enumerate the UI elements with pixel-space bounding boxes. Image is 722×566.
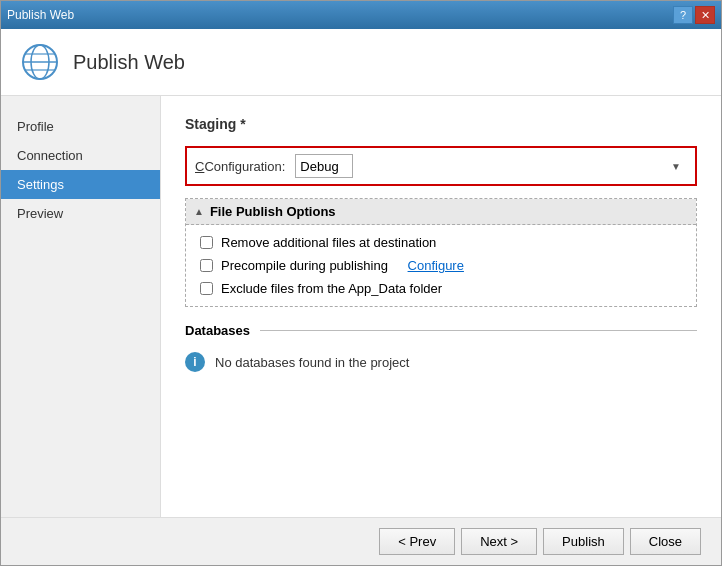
info-row: i No databases found in the project: [185, 352, 697, 372]
file-publish-section: ▲ File Publish Options Remove additional…: [185, 198, 697, 307]
publish-web-dialog: Publish Web ? ✕ Publish Web Profile Conn…: [0, 0, 722, 566]
exclude-app-data-checkbox[interactable]: [200, 282, 213, 295]
remove-additional-checkbox[interactable]: [200, 236, 213, 249]
prev-button[interactable]: < Prev: [379, 528, 455, 555]
sidebar: Profile Connection Settings Preview: [1, 96, 161, 517]
file-publish-header[interactable]: ▲ File Publish Options: [186, 199, 696, 225]
select-arrow-icon: ▼: [671, 161, 681, 172]
databases-header: Databases: [185, 323, 697, 338]
sidebar-item-settings[interactable]: Settings: [1, 170, 160, 199]
remove-additional-row: Remove additional files at destination: [200, 235, 682, 250]
sidebar-item-preview[interactable]: Preview: [1, 199, 160, 228]
collapse-arrow-icon: ▲: [194, 206, 204, 217]
configure-link[interactable]: Configure: [408, 258, 464, 273]
header-area: Publish Web: [1, 29, 721, 96]
globe-icon: [21, 43, 59, 81]
help-button[interactable]: ?: [673, 6, 693, 24]
header-title: Publish Web: [73, 51, 185, 74]
databases-section: Databases i No databases found in the pr…: [185, 323, 697, 372]
exclude-app-data-row: Exclude files from the App_Data folder: [200, 281, 682, 296]
main-content: Staging * CConfiguration: Debug Release …: [161, 96, 721, 517]
file-publish-title: File Publish Options: [210, 204, 336, 219]
file-publish-body: Remove additional files at destination P…: [186, 225, 696, 306]
publish-button[interactable]: Publish: [543, 528, 624, 555]
precompile-label: Precompile during publishing: [221, 258, 388, 273]
divider-line: [260, 330, 697, 331]
precompile-checkbox[interactable]: [200, 259, 213, 272]
window-close-button[interactable]: ✕: [695, 6, 715, 24]
footer: < Prev Next > Publish Close: [1, 517, 721, 565]
title-bar: Publish Web ? ✕: [1, 1, 721, 29]
sidebar-item-profile[interactable]: Profile: [1, 112, 160, 141]
info-message: No databases found in the project: [215, 355, 409, 370]
precompile-row: Precompile during publishing Configure: [200, 258, 682, 273]
remove-additional-label: Remove additional files at destination: [221, 235, 436, 250]
configuration-select[interactable]: Debug Release: [295, 154, 353, 178]
window-title: Publish Web: [7, 8, 74, 22]
title-bar-text: Publish Web: [7, 8, 74, 22]
databases-label: Databases: [185, 323, 250, 338]
sidebar-item-connection[interactable]: Connection: [1, 141, 160, 170]
info-icon: i: [185, 352, 205, 372]
close-button[interactable]: Close: [630, 528, 701, 555]
exclude-app-data-label: Exclude files from the App_Data folder: [221, 281, 442, 296]
config-label: CConfiguration:: [195, 159, 285, 174]
configuration-row: CConfiguration: Debug Release ▼: [185, 146, 697, 186]
title-bar-controls: ? ✕: [673, 6, 715, 24]
next-button[interactable]: Next >: [461, 528, 537, 555]
section-title: Staging *: [185, 116, 697, 132]
config-select-wrapper: Debug Release ▼: [295, 154, 687, 178]
content-area: Profile Connection Settings Preview Stag…: [1, 96, 721, 517]
